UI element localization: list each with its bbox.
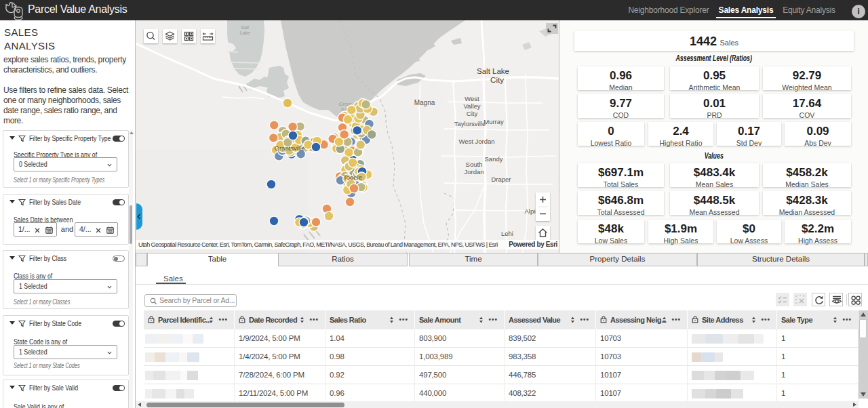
svg-text:South: South: [466, 161, 483, 168]
svg-text:Sandy: Sandy: [485, 155, 503, 163]
svg-text:Tooele: Tooele: [343, 174, 362, 181]
svg-text:Grantsville: Grantsville: [275, 144, 305, 152]
svg-text:Draper: Draper: [491, 176, 511, 183]
svg-text:West Jordan: West Jordan: [458, 138, 494, 145]
svg-text:Salt: Salt: [241, 25, 250, 30]
svg-text:Taylorsville: Taylorsville: [454, 120, 486, 127]
svg-text:Magna: Magna: [414, 99, 435, 106]
svg-text:West: West: [465, 95, 479, 102]
svg-text:Lake: Lake: [239, 30, 250, 35]
svg-text:Lehi: Lehi: [501, 230, 513, 237]
svg-text:Jordan: Jordan: [464, 168, 484, 176]
svg-text:City: City: [467, 110, 478, 117]
svg-text:Salt Lake: Salt Lake: [477, 67, 509, 75]
svg-text:Murray: Murray: [484, 118, 504, 125]
svg-text:Valley: Valley: [463, 102, 480, 110]
svg-text:City: City: [490, 76, 504, 84]
